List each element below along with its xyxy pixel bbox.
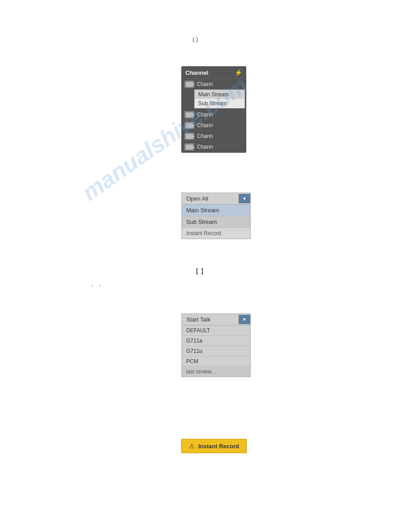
channel-item-1[interactable]: Chann — [182, 79, 246, 90]
warning-icon: ⚠ — [189, 442, 195, 450]
start-talk-g711u[interactable]: G711u — [182, 346, 250, 356]
channel-icon-3 — [184, 122, 194, 129]
start-talk-section: Start Talk ▼ DEFAULT G711a G711u PCM las… — [181, 313, 251, 377]
start-talk-label: Start Talk — [182, 314, 239, 325]
bracket-text: 【 】 — [193, 268, 207, 276]
channel-label-3: Chann — [197, 122, 213, 129]
channel-label-1: Chann — [197, 81, 213, 87]
channel-item-3[interactable]: Chann — [182, 120, 246, 131]
start-talk-partial: last review... — [182, 367, 250, 377]
start-talk-button[interactable]: Start Talk ▼ — [181, 313, 251, 326]
channel-label-4: Chann — [197, 133, 213, 139]
open-all-instant-record: Instant Record — [182, 228, 250, 239]
channel-item-2[interactable]: Chann — [182, 109, 246, 120]
channel-label-2: Chann — [197, 112, 213, 118]
channel-icon-2 — [184, 111, 194, 118]
open-all-section: Open All ▼ Main Stream Sub Stream Instan… — [181, 193, 251, 239]
instant-record-button[interactable]: ⚠ Instant Record — [181, 439, 247, 453]
channel-item-4[interactable]: Chann — [182, 131, 246, 142]
top-text: ( ) — [193, 36, 198, 43]
channel-icon-4 — [184, 133, 194, 140]
start-talk-default[interactable]: DEFAULT — [182, 326, 250, 336]
instant-record-label: Instant Record — [198, 443, 239, 450]
lightning-icon: ⚡ — [235, 69, 242, 76]
channel-panel-header: Channel ⚡ — [182, 67, 246, 79]
channel-panel-title: Channel — [185, 69, 208, 76]
start-talk-arrow-icon[interactable]: ▼ — [239, 315, 250, 324]
start-talk-pcm[interactable]: PCM — [182, 356, 250, 367]
channel-panel: Channel ⚡ Chann Main Stream Sub Stream C… — [181, 66, 246, 153]
channel-item-5[interactable]: Chann — [182, 142, 246, 152]
start-talk-dropdown: DEFAULT G711a G711u PCM last review... — [181, 326, 251, 377]
start-talk-g711a[interactable]: G711a — [182, 336, 250, 346]
channel-1-submenu: Main Stream Sub Stream — [194, 90, 245, 108]
open-all-dropdown: Main Stream Sub Stream Instant Record — [181, 205, 251, 239]
comma-text: ， ， — [90, 280, 103, 288]
instant-record-section: ⚠ Instant Record — [181, 439, 247, 453]
submenu-sub-stream[interactable]: Sub Stream — [195, 99, 244, 108]
open-all-sub-stream[interactable]: Sub Stream — [182, 216, 250, 228]
open-all-label: Open All — [182, 193, 239, 204]
channel-icon-5 — [184, 143, 194, 150]
channel-label-5: Chann — [197, 144, 213, 150]
open-all-arrow-icon[interactable]: ▼ — [239, 194, 250, 203]
open-all-button[interactable]: Open All ▼ — [181, 193, 251, 205]
submenu-main-stream[interactable]: Main Stream — [195, 90, 244, 99]
open-all-main-stream[interactable]: Main Stream — [182, 205, 250, 216]
channel-icon-1 — [184, 81, 194, 88]
